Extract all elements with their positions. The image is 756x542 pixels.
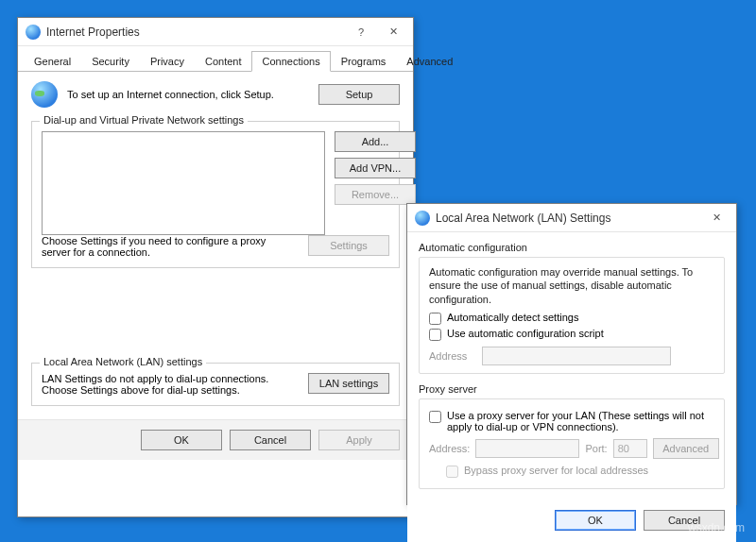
bypass-row: Bypass proxy server for local addresses — [446, 465, 714, 478]
auto-config-heading: Automatic configuration — [419, 242, 725, 253]
app-icon — [415, 211, 430, 226]
bypass-checkbox — [446, 466, 458, 478]
lan-footer: OK Cancel — [407, 504, 736, 542]
proxy-port-input — [613, 439, 647, 458]
autodetect-label: Automatically detect settings — [447, 312, 578, 323]
use-proxy-row[interactable]: Use a proxy server for your LAN (These s… — [429, 410, 714, 432]
ok-button[interactable]: OK — [555, 510, 636, 531]
lan-group: Local Area Network (LAN) settings LAN Se… — [31, 363, 400, 406]
add-vpn-button[interactable]: Add VPN... — [335, 158, 416, 178]
tab-general[interactable]: General — [24, 51, 81, 72]
globe-icon — [415, 211, 430, 226]
tab-advanced[interactable]: Advanced — [396, 51, 463, 72]
proxy-port-label: Port: — [585, 443, 607, 454]
lan-legend: Local Area Network (LAN) settings — [40, 356, 206, 367]
lan-hint-text: LAN Settings do not apply to dial-up con… — [42, 373, 299, 396]
lan-settings-button[interactable]: LAN settings — [308, 373, 389, 394]
titlebar: Internet Properties ? ✕ — [18, 18, 413, 46]
cancel-button[interactable]: Cancel — [644, 510, 725, 531]
autodetect-checkbox[interactable] — [429, 313, 441, 325]
window-title: Local Area Network (LAN) Settings — [436, 212, 700, 225]
script-address-input — [482, 347, 671, 365]
autoscript-checkbox[interactable] — [429, 329, 441, 341]
connections-listbox[interactable] — [42, 131, 325, 235]
tab-connections[interactable]: Connections — [251, 51, 330, 72]
close-button[interactable]: ✕ — [700, 205, 732, 231]
lan-settings-window: Local Area Network (LAN) Settings ✕ Auto… — [406, 203, 737, 505]
globe-icon — [31, 81, 58, 108]
apply-button: Apply — [318, 430, 400, 450]
setup-button[interactable]: Setup — [318, 84, 400, 105]
titlebar: Local Area Network (LAN) Settings ✕ — [407, 204, 736, 232]
auto-config-group: Automatic configuration may override man… — [419, 257, 725, 374]
auto-config-desc: Automatic configuration may override man… — [429, 265, 714, 306]
proxy-heading: Proxy server — [419, 383, 725, 395]
proxy-address-input — [475, 439, 579, 458]
tab-strip: General Security Privacy Content Connect… — [18, 46, 413, 72]
tab-content[interactable]: Content — [195, 51, 252, 72]
autoscript-row[interactable]: Use automatic configuration script — [429, 328, 714, 341]
globe-icon — [26, 25, 41, 40]
add-button[interactable]: Add... — [335, 131, 416, 152]
dialup-group: Dial-up and Virtual Private Network sett… — [31, 121, 400, 268]
use-proxy-checkbox[interactable] — [429, 411, 441, 423]
proxy-hint-text: Choose Settings if you need to configure… — [42, 235, 297, 258]
dialup-legend: Dial-up and Virtual Private Network sett… — [40, 114, 248, 126]
proxy-advanced-button: Advanced — [653, 438, 719, 459]
autodetect-row[interactable]: Automatically detect settings — [429, 312, 714, 325]
close-icon: ✕ — [389, 25, 398, 38]
help-icon: ? — [358, 26, 364, 38]
app-icon — [26, 25, 41, 40]
dialog-footer: OK Cancel Apply — [18, 419, 413, 460]
setup-hint-text: To set up an Internet connection, click … — [67, 89, 309, 100]
proxy-group: Use a proxy server for your LAN (These s… — [419, 398, 725, 489]
tab-content-area: To set up an Internet connection, click … — [18, 72, 413, 419]
connection-settings-button: Settings — [308, 235, 389, 256]
remove-button: Remove... — [335, 184, 416, 205]
close-button[interactable]: ✕ — [377, 19, 409, 45]
close-icon: ✕ — [713, 212, 721, 224]
use-proxy-label: Use a proxy server for your LAN (These s… — [447, 410, 714, 432]
tab-security[interactable]: Security — [81, 51, 140, 72]
cancel-button[interactable]: Cancel — [230, 430, 311, 450]
window-title: Internet Properties — [46, 25, 345, 39]
proxy-address-label: Address: — [429, 443, 470, 454]
bypass-label: Bypass proxy server for local addresses — [464, 465, 648, 476]
autoscript-label: Use automatic configuration script — [447, 328, 604, 339]
lan-content: Automatic configuration Automatic config… — [407, 232, 736, 504]
tab-programs[interactable]: Programs — [331, 51, 397, 72]
help-button[interactable]: ? — [345, 19, 377, 45]
script-address-label: Address — [429, 350, 476, 362]
internet-properties-window: Internet Properties ? ✕ General Security… — [17, 17, 414, 517]
tab-privacy[interactable]: Privacy — [140, 51, 195, 72]
ok-button[interactable]: OK — [141, 430, 222, 450]
